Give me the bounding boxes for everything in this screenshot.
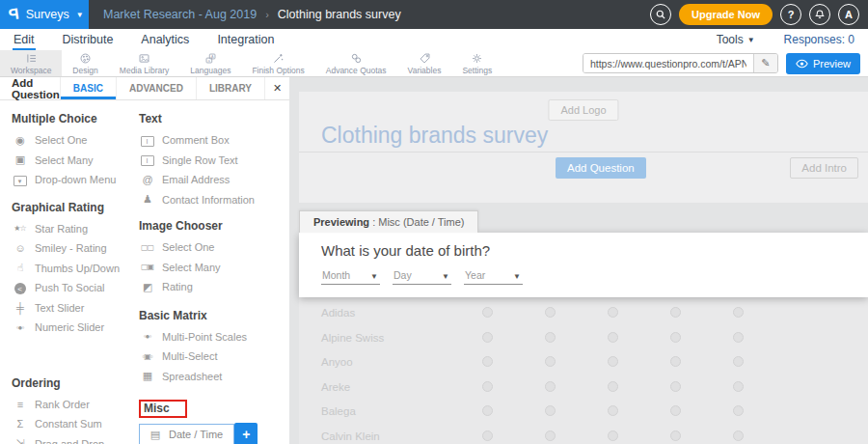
question-type-multi-select[interactable]: ▫▣▫Multi-Select <box>139 347 285 367</box>
search-button[interactable] <box>650 4 671 25</box>
section-basic-matrix: Basic Matrix◦●◦Multi-Point Scales▫▣▫Mult… <box>139 309 285 387</box>
matrix-row-label: Alpine Swiss <box>321 332 384 344</box>
tab-basic[interactable]: BASIC <box>60 77 116 99</box>
section-title-text: Graphical Rating <box>12 201 104 214</box>
toolbar-item-variables[interactable]: Variables <box>397 50 452 76</box>
preview-button[interactable]: Preview <box>786 53 860 74</box>
toolbar-item-workspace[interactable]: Workspace <box>0 50 62 76</box>
section-title-text: Text <box>139 112 285 125</box>
question-type-label: Push To Social <box>35 282 105 293</box>
question-type-rating[interactable]: ◩Rating <box>139 277 285 297</box>
question-type-multi-point-scales[interactable]: ◦●◦Multi-Point Scales <box>139 327 285 347</box>
svg-text:a: a <box>208 58 211 62</box>
menu-item-distribute[interactable]: Distribute <box>62 29 115 50</box>
share-url-input[interactable] <box>583 54 753 72</box>
month-select[interactable]: Month▼ <box>321 269 380 285</box>
chevron-down-icon: ▼ <box>442 272 449 281</box>
toolbar-item-advance-quotas[interactable]: Advance Quotas <box>315 50 397 76</box>
matrix-radio <box>545 332 556 343</box>
question-type-push-to-social[interactable]: <Push To Social <box>12 278 139 298</box>
avatar[interactable]: A <box>838 4 859 25</box>
breadcrumb-folder[interactable]: Market Research - Aug 2019 <box>103 8 257 21</box>
section-title-text: Text <box>139 112 162 125</box>
edit-url-button[interactable]: ✎ <box>753 54 777 72</box>
question-type-constant-sum[interactable]: ΣConstant Sum <box>12 414 139 434</box>
question-type-drop-down-menu[interactable]: ▾Drop-down Menu <box>12 170 139 190</box>
question-type-contact-information[interactable]: ♟Contact Information <box>139 190 285 210</box>
matrix-radio <box>482 381 493 392</box>
help-button[interactable]: ? <box>780 4 801 25</box>
question-type-row-date-time: ▤Date / Time+ <box>139 423 285 444</box>
question-type-date-time[interactable]: ▤Date / Time <box>139 424 234 444</box>
toolbar-item-label: Workspace <box>11 66 51 75</box>
section-title-text: Basic Matrix <box>139 309 207 322</box>
question-type-single-row-text[interactable]: ISingle Row Text <box>139 151 285 171</box>
workspace-toolbar: WorkspaceDesignMedia LibraryAaLanguagesF… <box>0 50 868 77</box>
question-type-thumbs-up-down[interactable]: ☝Thumbs Up/Down <box>12 259 139 279</box>
tab-advanced[interactable]: ADVANCED <box>116 77 196 99</box>
question-type-select-one[interactable]: ◉Select One <box>12 130 139 151</box>
question-type-smiley-rating[interactable]: ☺Smiley - Rating <box>12 238 139 259</box>
menu-item-edit[interactable]: Edit <box>13 29 36 50</box>
toolbar-item-finish-options[interactable]: Finish Options <box>241 50 314 76</box>
matrix-radio <box>670 307 681 318</box>
add-question-button[interactable]: Add Question <box>556 157 646 179</box>
menu-item-analytics[interactable]: Analytics <box>140 29 190 50</box>
matrix-radio <box>608 332 618 343</box>
surveys-menu[interactable]: P Surveys ▼ <box>0 0 89 29</box>
survey-title[interactable]: Clothing brands survey <box>321 123 548 149</box>
image-select-many-icon: ▢▣ <box>139 263 155 271</box>
questionpro-logo-icon: P <box>8 5 20 23</box>
add-intro-button[interactable]: Add Intro <box>790 157 858 179</box>
day-select[interactable]: Day▼ <box>393 269 451 285</box>
notifications-button[interactable] <box>809 4 830 25</box>
tab-library[interactable]: LIBRARY <box>196 77 264 99</box>
year-select[interactable]: Year▼ <box>464 269 523 285</box>
toolbar-item-design[interactable]: Design <box>62 50 108 76</box>
matrix-radio <box>670 430 681 441</box>
add-date-time-button[interactable]: + <box>234 423 258 444</box>
question-type-label: Comment Box <box>162 134 230 146</box>
question-type-rank-order[interactable]: ≡Rank Order <box>12 395 139 415</box>
toolbar-item-label: Settings <box>462 66 492 75</box>
question-type-label: Date / Time <box>169 429 223 440</box>
question-type-text-slider[interactable]: ╪Text Slider <box>12 298 139 319</box>
section-graphical-rating: Graphical Rating★☆Star Rating☺Smiley - R… <box>12 201 139 338</box>
matrix-row-label: Adidas <box>321 307 355 319</box>
close-panel-button[interactable]: ✕ <box>264 77 289 99</box>
matrix-radio <box>733 405 744 416</box>
upgrade-now-button[interactable]: Upgrade Now <box>679 4 773 25</box>
toolbar-item-label: Media Library <box>120 66 170 75</box>
panel-body: Multiple Choice◉Select One▣Select Many▾D… <box>0 100 289 444</box>
question-type-select-one[interactable]: ▢▢Select One <box>139 237 285 258</box>
svg-text:A: A <box>211 54 214 58</box>
toolbar-item-languages[interactable]: AaLanguages <box>179 50 241 76</box>
menu-item-integration[interactable]: Integration <box>216 29 275 50</box>
section-ordering: Ordering≡Rank OrderΣConstant Sum⇲Drag an… <box>12 376 139 444</box>
section-title-text: Multiple Choice <box>12 112 97 125</box>
toolbar-item-settings[interactable]: Settings <box>451 50 502 76</box>
multi-select-icon: ▫▣▫ <box>139 352 155 361</box>
question-type-label: Star Rating <box>35 223 88 235</box>
question-type-label: Spreadsheet <box>162 371 222 382</box>
matrix-row-calvin-klein: Calvin Klein <box>299 424 868 444</box>
responses-link[interactable]: Responses: 0 <box>784 33 854 46</box>
question-type-star-rating[interactable]: ★☆Star Rating <box>12 219 139 239</box>
question-type-numeric-slider[interactable]: ◦●◦Numeric Slider <box>12 318 139 338</box>
question-type-spreadsheet[interactable]: ▦Spreadsheet <box>139 367 285 387</box>
section-title-multiple-choice: Multiple Choice <box>12 112 139 125</box>
question-type-label: Drop-down Menu <box>35 174 116 185</box>
numeric-slider-icon: ◦●◦ <box>12 323 28 332</box>
tools-menu[interactable]: Tools▼ <box>717 33 755 46</box>
breadcrumb: Market Research - Aug 2019 › Clothing br… <box>103 8 401 21</box>
chevron-down-icon: ▼ <box>747 36 755 44</box>
add-logo-button[interactable]: Add Logo <box>548 99 618 121</box>
question-type-select-many[interactable]: ▢▣Select Many <box>139 258 285 278</box>
question-type-drag-and-drop[interactable]: ⇲Drag and Drop <box>12 434 139 444</box>
toolbar-item-media-library[interactable]: Media Library <box>109 50 180 76</box>
date-select-group: Month▼Day▼Year▼ <box>321 269 523 285</box>
matrix-radio <box>545 430 556 441</box>
question-type-select-many[interactable]: ▣Select Many <box>12 151 139 171</box>
question-type-email-address[interactable]: @Email Address <box>139 170 285 190</box>
question-type-comment-box[interactable]: IComment Box <box>139 130 285 151</box>
